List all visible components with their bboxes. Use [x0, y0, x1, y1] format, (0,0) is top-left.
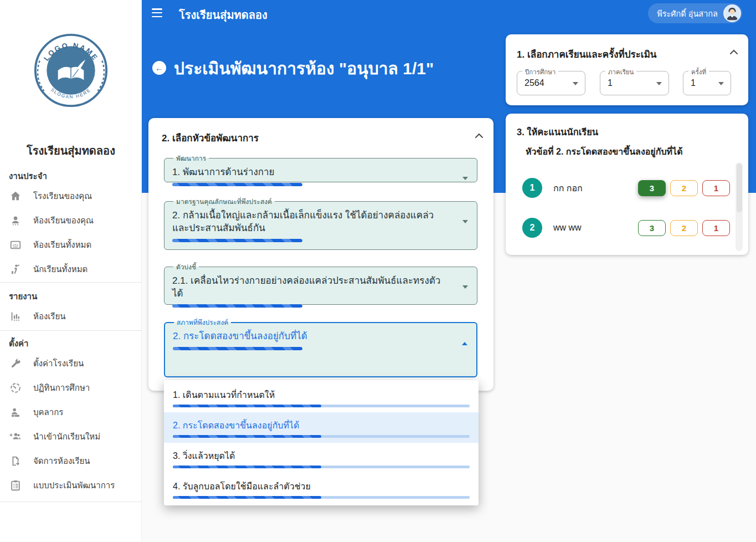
select-label: สภาพที่พึงประสงค์: [174, 317, 231, 328]
sidebar-item-label: บุคลากร: [33, 406, 63, 419]
caret-down-icon: [462, 220, 468, 223]
school-logo: LOGO NAME SLOGAN HERE: [33, 31, 109, 110]
file-move-icon: [9, 454, 22, 468]
user-name: พีระศักดิ์ อุ่นสากล: [657, 7, 718, 20]
caret-down-icon: [718, 82, 724, 85]
person-icon: [9, 214, 22, 227]
score-button-2[interactable]: 2: [670, 220, 698, 236]
semester-select[interactable]: ภาคเรียน 1: [600, 71, 669, 95]
score-button-1[interactable]: 1: [702, 220, 730, 236]
select-value: 2. กล้ามเนื้อใหญ่และกล้ามเนื้อเล็กแข็งแร…: [172, 209, 449, 235]
sidebar-item-label: โรงเรียนของคุณ: [33, 190, 92, 203]
standard-select[interactable]: มาตรฐานคุณลักษณะที่พึงประสงค์ 2. กล้ามเน…: [164, 196, 477, 250]
score-button-3[interactable]: 3: [638, 220, 666, 236]
card-title: 2. เลือกหัวข้อพัฒนาการ: [162, 130, 259, 145]
development-select[interactable]: พัฒนาการ 1. พัฒนาการด้านร่างกาย: [164, 153, 477, 182]
select-value: 1. พัฒนาการด้านร่างกาย: [172, 166, 449, 179]
score-button-group: 3 2 1: [638, 220, 730, 236]
select-label: มาตรฐานคุณลักษณะที่พึงประสงค์: [173, 196, 275, 207]
caret-down-icon: [656, 82, 662, 85]
desired-condition-dropdown-menu: 1. เดินตามแนวที่กำหนดให้ 2. กระโดดสองขาข…: [164, 380, 479, 505]
sidebar-item-your-school[interactable]: โรงเรียนของคุณ: [0, 184, 142, 208]
sidebar-divider: [0, 282, 142, 283]
sidebar-item-import-students[interactable]: นำเข้านักเรียนใหม่: [0, 425, 142, 449]
option-progress-bar: [173, 466, 470, 468]
sidebar-item-all-classrooms[interactable]: ห้องเรียนทั้งหมด: [0, 233, 142, 257]
student-list-scrollbar[interactable]: [736, 162, 743, 251]
sidebar-item-label: ห้องเรียนของคุณ: [33, 214, 94, 227]
option-progress-bar: [173, 405, 470, 407]
option-label: 1. เดินตามแนวที่กำหนดให้: [173, 390, 275, 400]
selected-value-progress-bar: [172, 183, 449, 186]
student-name: กก กอก: [553, 181, 583, 195]
clipboard-icon: [9, 479, 22, 492]
user-avatar: [723, 4, 741, 22]
select-value: 1: [691, 71, 696, 95]
dropdown-option-3[interactable]: 3. วิ่งแล้วหยุดได้: [164, 443, 479, 473]
sidebar-item-all-students[interactable]: นักเรียนทั้งหมด: [0, 257, 142, 282]
development-topic-card: 2. เลือกหัวข้อพัฒนาการ พัฒนาการ 1. พัฒนา…: [148, 118, 493, 391]
sidebar-school-name: โรงเรียนสุ่มทดลอง: [0, 142, 142, 160]
sidebar-item-your-classroom[interactable]: ห้องเรียนของคุณ: [0, 208, 142, 233]
sidebar-divider: [0, 330, 142, 331]
dropdown-option-1[interactable]: 1. เดินตามแนวที่กำหนดให้: [164, 382, 479, 412]
sidebar-item-academic-calendar[interactable]: ปฏิทินการศึกษา: [0, 376, 142, 400]
student-number-avatar: 1: [522, 178, 542, 198]
caret-down-icon: [573, 82, 578, 85]
menu-hamburger-icon[interactable]: [152, 8, 162, 17]
collapse-chevron-up-icon[interactable]: [729, 49, 738, 55]
sidebar-item-classroom-report[interactable]: ห้องเรียน: [0, 304, 142, 329]
score-button-3-selected[interactable]: 3: [638, 180, 666, 196]
sidebar-divider: [0, 502, 142, 502]
sidebar: LOGO NAME SLOGAN HERE โรงเรียนสุ่มทดลอง …: [0, 0, 142, 542]
score-button-group: 3 2 1: [638, 180, 730, 196]
card-title: 1. เลือกภาคเรียนและครั้งที่ประเมิน: [517, 47, 657, 62]
sidebar-section-settings: ตั้งค่า: [9, 337, 29, 350]
score-button-2[interactable]: 2: [670, 180, 698, 196]
indicator-select[interactable]: ตัวบ่งชี้ 2.1. เคลื่อนไหวร่างกายอย่างคล่…: [164, 262, 477, 305]
sidebar-section-reports: รายงาน: [9, 290, 37, 303]
desired-condition-select[interactable]: สภาพที่พึงประสงค์ 2. กระโดดสองขาขึ้นลงอย…: [164, 317, 477, 377]
option-progress-bar: [173, 496, 470, 499]
sidebar-item-school-settings[interactable]: ตั้งค่าโรงเรียน: [0, 351, 142, 376]
option-label: 3. วิ่งแล้วหยุดได้: [173, 451, 235, 461]
top-app-bar: โรงเรียนสุ่มทดลอง พีระศักดิ์ อุ่นสากล: [142, 0, 756, 27]
selected-value-progress-bar: [172, 239, 449, 242]
caret-down-icon: [462, 285, 468, 289]
sidebar-item-development-assessment-form[interactable]: แบบประเมินพัฒนาการ: [0, 473, 142, 498]
select-value: 1: [608, 71, 613, 95]
student-row: 2 ww ww 3 2 1: [506, 211, 733, 244]
dropdown-option-4[interactable]: 4. รับลูกบอลโดยใช้มือและลำตัวช่วย: [164, 473, 479, 504]
student-scoring-card: 3. ให้คะแนนนักเรียน หัวข้อที่ 2. กระโดดส…: [506, 114, 748, 255]
sidebar-item-staff[interactable]: บุคลากร: [0, 400, 142, 425]
select-label: พัฒนาการ: [173, 153, 209, 163]
academic-year-select[interactable]: ปีการศึกษา 2564: [517, 71, 585, 95]
sidebar-item-label: ห้องเรียนทั้งหมด: [33, 238, 91, 252]
wrench-icon: [9, 357, 22, 370]
assessment-round-select[interactable]: ครั้งที่ 1: [683, 71, 731, 95]
scrollbar-thumb[interactable]: [737, 163, 742, 212]
page-title: ประเมินพัฒนาการห้อง "อนุบาล 1/1": [174, 55, 434, 81]
man-in-suit-avatar-icon: [724, 6, 740, 21]
option-label: 2. กระโดดสองขาขึ้นลงอยู่กับที่ได้: [173, 421, 299, 430]
score-button-1[interactable]: 1: [702, 180, 730, 196]
user-menu-button[interactable]: พีระศักดิ์ อุ่นสากล: [648, 3, 742, 23]
option-progress-bar: [173, 435, 470, 438]
sidebar-item-label: จัดการห้องเรียน: [33, 454, 90, 468]
clock-icon: [9, 381, 22, 395]
sidebar-item-label: ปฏิทินการศึกษา: [33, 381, 90, 395]
select-value: 2.1. เคลื่อนไหวร่างกายอย่างคล่องแคล่วประ…: [172, 275, 449, 300]
sidebar-item-manage-classrooms[interactable]: จัดการห้องเรียน: [0, 449, 142, 473]
caret-down-icon: [462, 177, 468, 180]
selected-value-progress-bar: [172, 304, 449, 308]
students-icon: [9, 263, 22, 276]
scoring-topic-line: หัวข้อที่ 2. กระโดดสองขาขึ้นลงอยู่กับที่…: [526, 145, 683, 158]
student-number-avatar: 2: [522, 218, 542, 238]
main-content: โรงเรียนสุ่มทดลอง พีระศักดิ์ อุ่นสากล ← …: [142, 0, 756, 542]
sidebar-item-label: ตั้งค่าโรงเรียน: [33, 357, 84, 370]
dropdown-option-2-selected[interactable]: 2. กระโดดสองขาขึ้นลงอยู่กับที่ได้: [164, 412, 479, 443]
sidebar-item-label: ห้องเรียน: [33, 310, 65, 323]
back-button[interactable]: ←: [152, 61, 166, 75]
select-label: ตัวบ่งชี้: [173, 262, 199, 272]
collapse-chevron-up-icon[interactable]: [475, 132, 484, 139]
